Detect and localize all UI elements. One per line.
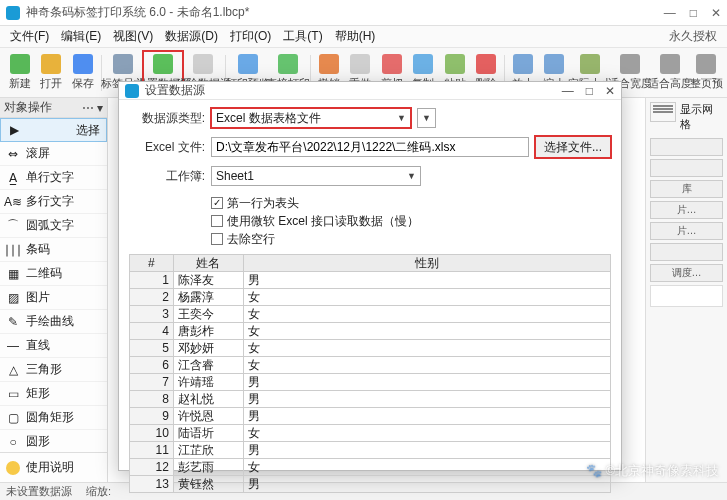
tool-滚屏[interactable]: ⇔滚屏 [0, 142, 107, 166]
toolbar-open-button[interactable]: 打开 [36, 51, 68, 95]
labelsize-icon [113, 54, 133, 74]
first-row-header-checkbox[interactable]: ✓ [211, 197, 223, 209]
tool-单行文字[interactable]: A̲单行文字 [0, 166, 107, 190]
table-row[interactable]: 2杨露淳女 [130, 289, 611, 306]
zoomin-icon [513, 54, 533, 74]
window-title: 神奇条码标签打印系统 6.0 - 未命名1.lbcp* [26, 4, 664, 21]
delete-icon [476, 54, 496, 74]
tool-圆角矩形[interactable]: ▢圆角矩形 [0, 406, 107, 430]
choose-file-button[interactable]: 选择文件... [535, 136, 611, 158]
table-row[interactable]: 1陈泽友男 [130, 272, 611, 289]
window-maximize[interactable]: □ [690, 6, 697, 20]
tool-icon: ▢ [6, 411, 20, 425]
menu-帮助[interactable]: 帮助(H) [331, 26, 380, 47]
toolbar-fith-button[interactable]: 适合高度 [650, 51, 690, 95]
table-row[interactable]: 5邓妙妍女 [130, 340, 611, 357]
table-row[interactable]: 4唐彭柞女 [130, 323, 611, 340]
table-row[interactable]: 12彭艺雨女 [130, 459, 611, 476]
zoomout-icon [544, 54, 564, 74]
right-button-4[interactable]: 片… [650, 222, 723, 240]
removeds-icon [193, 54, 213, 74]
right-button-3[interactable]: 片… [650, 201, 723, 219]
dialog-maximize[interactable]: □ [586, 84, 593, 98]
right-button-0[interactable] [650, 138, 723, 156]
actual-icon [580, 54, 600, 74]
tool-icon: ○ [6, 435, 20, 449]
tool-三角形[interactable]: △三角形 [0, 358, 107, 382]
tool-icon: ▭ [6, 387, 20, 401]
table-row[interactable]: 7许靖瑶男 [130, 374, 611, 391]
right-button-5[interactable] [650, 243, 723, 261]
tool-圆弧文字[interactable]: ⌒圆弧文字 [0, 214, 107, 238]
table-row[interactable]: 11江芷欣男 [130, 442, 611, 459]
open-icon [41, 54, 61, 74]
tool-icon: ▶ [7, 123, 21, 137]
datasource-type-caret[interactable]: ▼ [417, 108, 436, 128]
window-minimize[interactable]: — [664, 6, 676, 20]
right-slot [650, 285, 723, 307]
table-row[interactable]: 8赵礼悦男 [130, 391, 611, 408]
menu-打印[interactable]: 打印(O) [226, 26, 275, 47]
dialog-minimize[interactable]: — [562, 84, 574, 98]
tool-直线[interactable]: —直线 [0, 334, 107, 358]
menu-编辑[interactable]: 编辑(E) [57, 26, 105, 47]
show-grid-label: 显示网格 [680, 102, 723, 132]
left-panel: 对象操作⋯ ▾ ▶选择⇔滚屏A̲单行文字A≋多行文字⌒圆弧文字∣∣∣条码▦二维码… [0, 98, 108, 482]
tool-icon: ⌒ [6, 219, 20, 233]
trim-empty-rows-checkbox[interactable] [211, 233, 223, 245]
col-index[interactable]: # [130, 255, 174, 272]
bulb-icon [6, 461, 20, 475]
datasource-type-select[interactable]: Excel 数据表格文件▼ [211, 108, 411, 128]
file-label: Excel 文件: [129, 139, 205, 156]
menu-工具[interactable]: 工具(T) [279, 26, 326, 47]
grid-toggle-icon[interactable] [650, 102, 676, 122]
right-panel: 显示网格 库片…片…调度… [645, 98, 727, 482]
paste-icon [445, 54, 465, 74]
window-close[interactable]: ✕ [711, 6, 721, 20]
cut-icon [382, 54, 402, 74]
tool-条码[interactable]: ∣∣∣条码 [0, 238, 107, 262]
worksheet-select[interactable]: Sheet1▼ [211, 166, 421, 186]
set-datasource-dialog: 设置数据源 — □ ✕ 数据源类型: Excel 数据表格文件▼ ▼ Excel… [118, 81, 622, 471]
right-button-1[interactable] [650, 159, 723, 177]
window-titlebar: 神奇条码标签打印系统 6.0 - 未命名1.lbcp* — □ ✕ [0, 0, 727, 26]
preview-icon [238, 54, 258, 74]
menu-文件[interactable]: 文件(F) [6, 26, 53, 47]
redo-icon [350, 54, 370, 74]
menu-视图[interactable]: 视图(V) [109, 26, 157, 47]
table-row[interactable]: 9许悦恩男 [130, 408, 611, 425]
table-row[interactable]: 13黄钰然男 [130, 476, 611, 493]
app-icon [6, 6, 20, 20]
table-row[interactable]: 3王奕今女 [130, 306, 611, 323]
col-gender[interactable]: 性别 [244, 255, 611, 272]
toolbar-fitpage-button[interactable]: 整页预 [690, 51, 723, 95]
right-button-6[interactable]: 调度… [650, 264, 723, 282]
tool-选择[interactable]: ▶选择 [0, 118, 107, 142]
table-row[interactable]: 6江含睿女 [130, 357, 611, 374]
dialog-title: 设置数据源 [145, 82, 562, 99]
right-button-2[interactable]: 库 [650, 180, 723, 198]
tool-手绘曲线[interactable]: ✎手绘曲线 [0, 310, 107, 334]
fitw-icon [620, 54, 640, 74]
tool-矩形[interactable]: ▭矩形 [0, 382, 107, 406]
status-zoom: 缩放: [86, 484, 111, 499]
help-link[interactable]: 使用说明 [0, 452, 107, 482]
excel-file-input[interactable] [211, 137, 529, 157]
left-panel-header: 对象操作⋯ ▾ [0, 98, 107, 118]
menu-数据源[interactable]: 数据源(D) [161, 26, 222, 47]
table-row[interactable]: 10陆语圻女 [130, 425, 611, 442]
toolbar-save-button[interactable]: 保存 [67, 51, 99, 95]
tool-图片[interactable]: ▨图片 [0, 286, 107, 310]
tool-圆形[interactable]: ○圆形 [0, 430, 107, 452]
tool-二维码[interactable]: ▦二维码 [0, 262, 107, 286]
col-name[interactable]: 姓名 [174, 255, 244, 272]
use-excel-interface-checkbox[interactable] [211, 215, 223, 227]
print-icon [278, 54, 298, 74]
tool-icon: ∣∣∣ [6, 243, 20, 257]
tool-icon: ⇔ [6, 147, 20, 161]
tool-icon: — [6, 339, 20, 353]
toolbar-new-button[interactable]: 新建 [4, 51, 36, 95]
tool-icon: ▦ [6, 267, 20, 281]
dialog-close[interactable]: ✕ [605, 84, 615, 98]
tool-多行文字[interactable]: A≋多行文字 [0, 190, 107, 214]
